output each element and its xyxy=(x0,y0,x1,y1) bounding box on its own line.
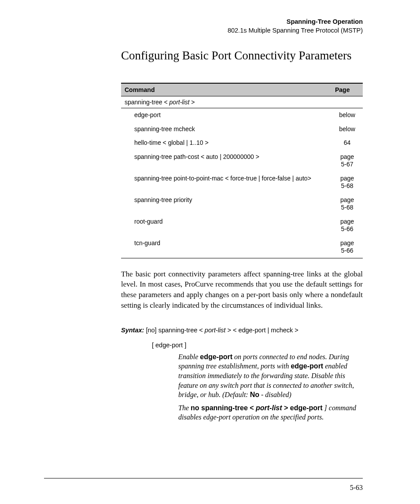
cmd-cell: root-guard xyxy=(121,215,332,236)
cmd-cell: edge-port xyxy=(121,108,332,122)
cmd-cell: hello-time < global | 1..10 > xyxy=(121,136,332,150)
page-cell: page 5-66 xyxy=(332,236,363,258)
table-row: hello-time < global | 1..10 > 64 xyxy=(121,136,363,150)
col-command: Command xyxy=(121,83,332,96)
page-cell: below xyxy=(332,122,363,136)
page-cell: page 5-66 xyxy=(332,215,363,236)
footer-rule xyxy=(44,478,363,478)
page-cell: below xyxy=(332,108,363,122)
page: Spanning-Tree Operation 802.1s Multiple … xyxy=(0,0,420,504)
cmd-cell: spanning-tree point-to-point-mac < force… xyxy=(121,172,332,193)
page-cell: page 5-68 xyxy=(332,172,363,193)
cmd-cell: spanning-tree priority xyxy=(121,193,332,215)
page-cell xyxy=(332,96,363,108)
command-table: Command Page spanning-tree < port-list >… xyxy=(121,83,363,258)
table-row: spanning-tree mcheck below xyxy=(121,122,363,136)
cmd-cell: spanning-tree path-cost < auto | 2000000… xyxy=(121,150,332,172)
cmd-cell: spanning-tree < port-list > xyxy=(121,96,332,108)
table-row: edge-port below xyxy=(121,108,363,122)
page-number: 5-63 xyxy=(350,484,363,492)
running-header: Spanning-Tree Operation 802.1s Multiple … xyxy=(121,18,363,35)
runhead-title: Spanning-Tree Operation xyxy=(121,18,363,26)
cmd-cell: spanning-tree mcheck xyxy=(121,122,332,136)
col-page: Page xyxy=(332,83,363,96)
syntax-option: [ edge-port ] xyxy=(152,342,363,349)
table-row: tcn-guard page 5-66 xyxy=(121,236,363,258)
syntax-label: Syntax: xyxy=(121,327,144,334)
table-row: spanning-tree < port-list > xyxy=(121,96,363,108)
syntax-block: Syntax: [no] spanning-tree < port-list >… xyxy=(121,327,363,422)
runhead-subtitle: 802.1s Multiple Spanning Tree Protocol (… xyxy=(121,26,363,35)
syntax-description: Enable edge-port on ports connected to e… xyxy=(178,352,363,400)
syntax-line: Syntax: [no] spanning-tree < port-list >… xyxy=(121,327,363,334)
table-row: spanning-tree path-cost < auto | 2000000… xyxy=(121,150,363,172)
page-cell: page 5-67 xyxy=(332,150,363,172)
body-paragraph: The basic port connectivity parameters a… xyxy=(121,269,363,311)
page-cell: 64 xyxy=(332,136,363,150)
cmd-cell: tcn-guard xyxy=(121,236,332,258)
page-cell: page 5-68 xyxy=(332,193,363,215)
table-row: spanning-tree point-to-point-mac < force… xyxy=(121,172,363,193)
table-row: root-guard page 5-66 xyxy=(121,215,363,236)
section-heading: Configuring Basic Port Connectivity Para… xyxy=(121,49,363,63)
syntax-description: The no spanning-tree < port-list > edge-… xyxy=(178,403,363,422)
table-row: spanning-tree priority page 5-68 xyxy=(121,193,363,215)
